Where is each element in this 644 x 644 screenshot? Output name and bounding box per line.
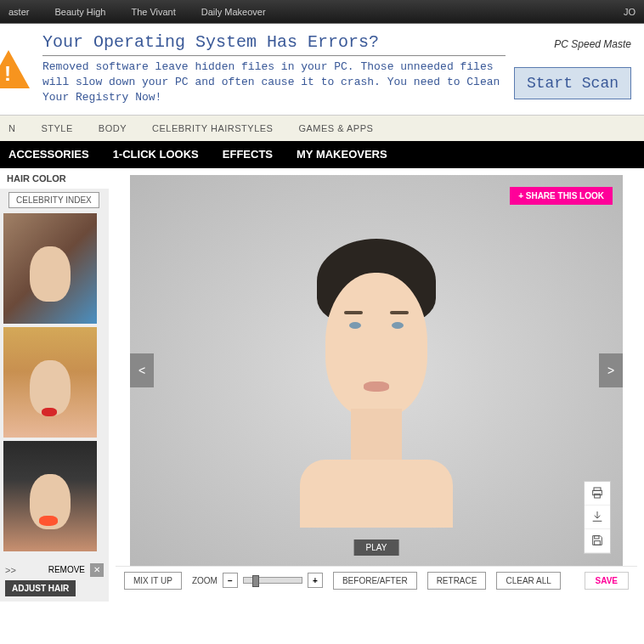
ad-banner: Your Operating System Has Errors? Remove… [0, 24, 644, 116]
zoom-handle[interactable] [252, 575, 259, 587]
zoom-slider[interactable] [243, 577, 302, 584]
ad-side: PC Speed Maste Start Scan [514, 38, 631, 99]
warning-icon [0, 50, 30, 88]
mix-it-up-button[interactable]: MIX IT UP [124, 572, 182, 590]
makeover-canvas[interactable]: + SHARE THIS LOOK < > PLAY [130, 175, 623, 566]
play-button[interactable]: PLAY [354, 539, 399, 556]
nav-item-makeovers[interactable]: MY MAKEOVERS [297, 148, 387, 161]
bottom-controls: MIX IT UP ZOOM − + BEFORE/AFTER RETRACE … [116, 566, 637, 595]
remove-button[interactable]: ✕ [90, 563, 104, 577]
nav-item[interactable]: CELEBRITY HAIRSTYLES [152, 123, 273, 133]
prev-button[interactable]: < [130, 353, 154, 387]
start-scan-button[interactable]: Start Scan [514, 67, 631, 99]
download-icon[interactable] [585, 506, 610, 529]
ad-body: Removed software leave hidden files in y… [42, 59, 506, 106]
zoom-label: ZOOM [192, 576, 217, 585]
celebrity-thumb[interactable] [3, 441, 97, 551]
zoom-out-button[interactable]: − [223, 573, 238, 588]
canvas-area: + SHARE THIS LOOK < > PLAY MIX I [109, 168, 644, 602]
nav-item-effects[interactable]: EFFECTS [223, 148, 273, 161]
svg-rect-3 [595, 536, 599, 539]
print-icon[interactable] [585, 482, 610, 506]
adjust-hair-button[interactable]: ADJUST HAIR [5, 580, 76, 596]
topbar-link[interactable]: aster [8, 7, 29, 17]
nav-item[interactable]: BODY [99, 123, 127, 133]
celebrity-thumb[interactable] [3, 327, 97, 438]
nav-item-accessories[interactable]: ACCESSORIES [8, 148, 89, 161]
ad-brand: PC Speed Maste [554, 38, 631, 50]
topbar-right[interactable]: JO [624, 7, 636, 17]
before-after-button[interactable]: BEFORE/AFTER [333, 572, 417, 590]
nav-item[interactable]: STYLE [41, 123, 72, 133]
sidebar: HAIR COLOR CELEBRITY INDEX >> REMOVE ✕ A… [0, 168, 109, 602]
save-disk-icon[interactable] [585, 529, 610, 553]
tool-icons [584, 481, 611, 554]
primary-nav: N STYLE BODY CELEBRITY HAIRSTYLES GAMES … [0, 116, 644, 141]
zoom-in-button[interactable]: + [308, 573, 323, 588]
main-area: HAIR COLOR CELEBRITY INDEX >> REMOVE ✕ A… [0, 168, 644, 602]
topbar-link[interactable]: Daily Makeover [201, 7, 266, 17]
top-bar: aster Beauty High The Vivant Daily Makeo… [0, 0, 644, 24]
nav-item-looks[interactable]: 1-CLICK LOOKS [113, 148, 199, 161]
model-image [291, 239, 461, 528]
secondary-nav: ACCESSORIES 1-CLICK LOOKS EFFECTS MY MAK… [0, 141, 644, 168]
retrace-button[interactable]: RETRACE [427, 572, 487, 590]
arrows-label: >> [5, 565, 16, 575]
thumbnail-list [0, 212, 109, 553]
svg-rect-4 [595, 541, 601, 545]
nav-item[interactable]: GAMES & APPS [298, 123, 373, 133]
ad-title: Your Operating System Has Errors? [42, 32, 506, 56]
svg-rect-0 [594, 488, 601, 490]
celebrity-thumb[interactable] [3, 213, 97, 324]
next-button[interactable]: > [599, 353, 623, 387]
zoom-control: ZOOM − + [192, 573, 323, 588]
clear-all-button[interactable]: CLEAR ALL [496, 572, 560, 590]
sidebar-footer: >> REMOVE ✕ ADJUST HAIR [0, 555, 109, 602]
svg-rect-2 [595, 494, 601, 498]
ad-content: Your Operating System Has Errors? Remove… [42, 32, 506, 106]
nav-item[interactable]: N [8, 123, 15, 133]
celebrity-index-button[interactable]: CELEBRITY INDEX [8, 192, 99, 208]
save-button[interactable]: SAVE [585, 572, 630, 590]
topbar-link[interactable]: Beauty High [54, 7, 105, 17]
remove-label: REMOVE [48, 565, 85, 574]
sidebar-header: HAIR COLOR [0, 168, 109, 189]
share-look-button[interactable]: + SHARE THIS LOOK [510, 187, 613, 205]
topbar-link[interactable]: The Vivant [131, 7, 175, 17]
